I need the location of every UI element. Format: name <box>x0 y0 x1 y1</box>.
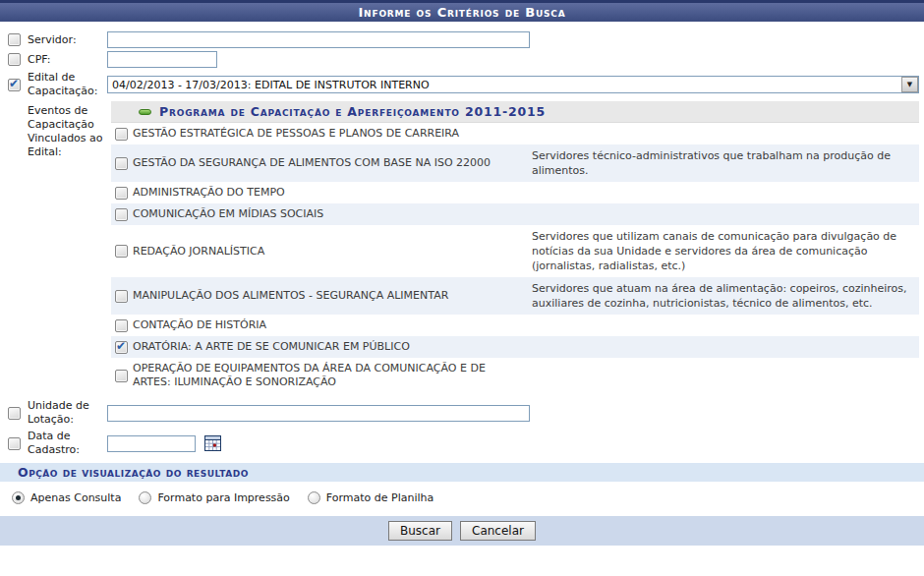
event-checkbox-5[interactable] <box>115 290 128 303</box>
servidor-checkbox[interactable] <box>8 33 21 46</box>
event-label: OPERAÇÃO DE EQUIPAMENTOS DA ÁREA DA COMU… <box>133 362 532 389</box>
search-criteria-form: Servidor: CPF: Edital de Capacitação: 04… <box>0 22 924 546</box>
result-view-section-title: Opção de visualização do resultado <box>18 465 249 480</box>
radio-formato-planilha[interactable] <box>308 491 320 504</box>
eventos-row: Eventos de Capacitação Vinculados ao Edi… <box>0 101 924 393</box>
event-label: REDAÇÃO JORNALÍSTICA <box>133 245 532 259</box>
event-row: ADMINISTRAÇÃO DO TEMPO <box>111 182 919 203</box>
event-checkbox-7[interactable] <box>115 341 128 354</box>
event-row: CONTAÇÃO DE HISTÓRIA <box>111 315 919 336</box>
eventos-list: Programa de Capacitação e Aperfeiçoament… <box>111 101 919 393</box>
event-label: GESTÃO DA SEGURANÇA DE ALIMENTOS COM BAS… <box>133 156 532 170</box>
event-checkbox-1[interactable] <box>115 157 128 170</box>
data-cadastro-checkbox[interactable] <box>8 437 21 450</box>
servidor-input[interactable] <box>107 31 530 48</box>
event-checkbox-0[interactable] <box>115 128 128 141</box>
event-row: OPERAÇÃO DE EQUIPAMENTOS DA ÁREA DA COMU… <box>111 358 919 393</box>
event-label: ADMINISTRAÇÃO DO TEMPO <box>133 186 532 200</box>
unidade-input[interactable] <box>107 405 530 422</box>
event-description: Servidores técnico-administrativos que t… <box>532 148 919 178</box>
event-label: MANIPULAÇÃO DOS ALIMENTOS - SEGURANÇA AL… <box>133 289 532 303</box>
event-label: ORATÓRIA: A ARTE DE SE COMUNICAR EM PÚBL… <box>133 340 532 354</box>
event-label: GESTÃO ESTRATÉGICA DE PESSOAS E PLANOS D… <box>133 127 532 141</box>
radio-label-apenas-consulta: Apenas Consulta <box>30 491 121 504</box>
event-checkbox-4[interactable] <box>115 245 128 258</box>
edital-label: Edital de Capacitação: <box>28 71 103 98</box>
unidade-label: Unidade de Lotação: <box>28 399 103 427</box>
eventos-group-header: Programa de Capacitação e Aperfeiçoament… <box>111 101 919 123</box>
green-dash-group-icon <box>139 109 151 115</box>
cancelar-button[interactable]: Cancelar <box>460 521 536 541</box>
event-row: REDAÇÃO JORNALÍSTICA Servidores que util… <box>111 225 919 277</box>
cpf-label: CPF: <box>28 53 103 67</box>
radio-apenas-consulta[interactable] <box>12 491 25 504</box>
event-label: COMUNICAÇÃO EM MÍDIAS SOCIAIS <box>133 207 532 221</box>
event-label: CONTAÇÃO DE HISTÓRIA <box>133 318 532 332</box>
event-checkbox-6[interactable] <box>115 319 128 332</box>
calendar-icon[interactable] <box>204 435 221 451</box>
eventos-label: Eventos de Capacitação Vinculados ao Edi… <box>28 101 103 159</box>
event-checkbox-2[interactable] <box>115 187 128 200</box>
event-row: GESTÃO DA SEGURANÇA DE ALIMENTOS COM BAS… <box>111 144 919 182</box>
cpf-row: CPF: <box>0 51 924 68</box>
dropdown-arrow-icon[interactable]: ▼ <box>901 77 918 92</box>
unidade-checkbox[interactable] <box>8 407 21 420</box>
radio-label-formato-planilha: Formato de Planilha <box>326 491 433 504</box>
event-description: Servidores que utilizam canais de comuni… <box>532 229 919 273</box>
data-cadastro-row: Data de Cadastro: <box>0 430 924 457</box>
event-row: COMUNICAÇÃO EM MÍDIAS SOCIAIS <box>111 203 919 225</box>
buscar-button[interactable]: Buscar <box>388 521 452 541</box>
page-title: Informe os Critérios de Busca <box>358 5 565 20</box>
edital-select[interactable]: 04/02/2013 - 17/03/2013: EDITAL DE INSTR… <box>107 76 919 93</box>
data-cadastro-input[interactable] <box>107 435 196 452</box>
cpf-input[interactable] <box>107 51 217 68</box>
event-row: GESTÃO ESTRATÉGICA DE PESSOAS E PLANOS D… <box>111 123 919 144</box>
eventos-group-title: Programa de Capacitação e Aperfeiçoament… <box>159 104 546 119</box>
edital-row: Edital de Capacitação: 04/02/2013 - 17/0… <box>0 71 924 98</box>
edital-selected-option: 04/02/2013 - 17/03/2013: EDITAL DE INSTR… <box>108 79 901 91</box>
event-description: Servidores que atuam na área de alimenta… <box>532 281 919 311</box>
result-view-section-header: Opção de visualização do resultado <box>0 463 924 482</box>
form-title-bar: Informe os Critérios de Busca <box>0 3 924 22</box>
radio-label-formato-impressao: Formato para Impressão <box>157 491 289 504</box>
event-row: ORATÓRIA: A ARTE DE SE COMUNICAR EM PÚBL… <box>111 336 919 358</box>
radio-formato-impressao[interactable] <box>139 491 151 504</box>
servidor-label: Servidor: <box>28 33 103 47</box>
servidor-row: Servidor: <box>0 31 924 48</box>
result-view-options: Apenas Consulta Formato para Impressão F… <box>0 482 924 513</box>
event-checkbox-8[interactable] <box>115 370 128 382</box>
data-cadastro-label: Data de Cadastro: <box>28 430 103 457</box>
event-checkbox-3[interactable] <box>115 208 128 221</box>
action-bar: Buscar Cancelar <box>0 516 924 546</box>
cpf-checkbox[interactable] <box>8 53 21 66</box>
edital-checkbox[interactable] <box>8 79 21 91</box>
unidade-row: Unidade de Lotação: <box>0 399 924 427</box>
event-row: MANIPULAÇÃO DOS ALIMENTOS - SEGURANÇA AL… <box>111 277 919 315</box>
